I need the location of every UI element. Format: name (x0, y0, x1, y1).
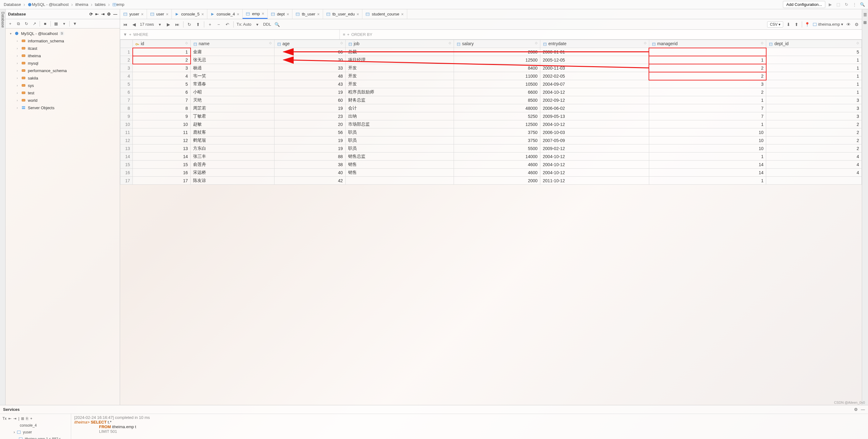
sort-icon[interactable]: ◇ (185, 41, 188, 44)
console-output[interactable]: [2024-02-24 16:16:47] completed in 10 ms… (71, 414, 868, 439)
minimize-icon[interactable]: — (861, 407, 865, 412)
cell-name[interactable]: 韦一笑 (191, 72, 275, 80)
tree-node-schema[interactable]: › itheima (8, 52, 120, 59)
tree-node-schema[interactable]: › itcast (8, 44, 120, 52)
table-row[interactable]: 1313方东白19职员55002009-02-12102 (120, 145, 862, 153)
table-row[interactable]: 88周芷若19会计480002006-06-0273 (120, 104, 862, 112)
services-tree-item[interactable]: console_4 (1, 422, 70, 429)
cell-entrydate[interactable]: 2004-10-12 (540, 120, 649, 128)
cell-managerid[interactable]: 2 (649, 64, 766, 72)
close-icon[interactable]: × (401, 12, 404, 17)
table-row[interactable]: 1414张三丰88销售总监140002004-10-1214 (120, 153, 862, 161)
table-row[interactable]: 99丁敏君23出纳52502009-05-1373 (120, 112, 862, 120)
column-header-age[interactable]: age◇ (274, 40, 345, 48)
cell-age[interactable]: 33 (274, 64, 345, 72)
cell-name[interactable]: 张无忌 (191, 56, 275, 64)
cell-id[interactable]: 3 (133, 64, 191, 72)
cell-name[interactable]: 鹤笔翁 (191, 136, 275, 145)
chevron-down-icon[interactable]: ▾ (61, 21, 67, 27)
close-icon[interactable]: × (202, 12, 204, 17)
cell-managerid[interactable]: 2 (649, 88, 766, 96)
table-row[interactable]: 22张无忌20项目经理125002005-12-0511 (120, 56, 862, 64)
cell-id[interactable]: 9 (133, 112, 191, 120)
cell-job[interactable]: 市场部总监 (345, 120, 454, 128)
layout-icon[interactable]: ⊞ (21, 416, 24, 421)
cell-age[interactable]: 20 (274, 120, 345, 128)
cell-entrydate[interactable]: 2006-10-03 (540, 128, 649, 136)
cell-salary[interactable]: 2000 (454, 48, 540, 56)
debug-icon[interactable]: ⬚ (835, 2, 841, 8)
reload-icon[interactable]: ↻ (187, 22, 192, 27)
sync-icon[interactable]: ↻ (24, 21, 29, 27)
cell-entrydate[interactable]: 2007-05-09 (540, 136, 649, 145)
jump-icon[interactable]: ↗ (32, 21, 37, 27)
commit-icon[interactable]: ⬆ (195, 22, 201, 27)
align-icon[interactable]: ⇤ (8, 416, 11, 421)
cell-job[interactable]: 开发 (345, 64, 454, 72)
add-configuration-button[interactable]: Add Configuration... (783, 1, 825, 8)
first-page-icon[interactable]: ⏮ (123, 22, 128, 27)
cell-id[interactable]: 5 (133, 80, 191, 88)
close-icon[interactable]: × (237, 12, 239, 17)
filter-icon[interactable]: ▼ (72, 21, 78, 27)
cell-dept_id[interactable]: 2 (766, 120, 862, 128)
cell-entrydate[interactable]: 2004-09-07 (540, 80, 649, 88)
cell-id[interactable]: 12 (133, 136, 191, 145)
cell-managerid[interactable] (649, 48, 766, 56)
sort-icon[interactable]: ◇ (269, 41, 272, 44)
table-row[interactable]: 1111鹿杖客56职员37502006-10-03102 (120, 128, 862, 136)
cell-entrydate[interactable]: 2002-02-05 (540, 72, 649, 80)
close-icon[interactable]: × (141, 12, 144, 17)
breadcrumb-item-connection[interactable]: MySQL - @localhost (26, 2, 70, 7)
tab-user[interactable]: user × (147, 9, 172, 19)
cell-dept_id[interactable]: 3 (766, 104, 862, 112)
cell-name[interactable]: 鹿杖客 (191, 128, 275, 136)
cell-age[interactable]: 66 (274, 48, 345, 56)
tree-node-schema[interactable]: › information_schema (8, 37, 120, 44)
sort-icon[interactable]: ◇ (449, 41, 451, 44)
database-tool-rail[interactable]: Database (0, 9, 6, 405)
cell-salary[interactable]: 4600 (454, 168, 540, 177)
cell-entrydate[interactable]: 2009-02-12 (540, 145, 649, 153)
column-header-id[interactable]: id◇ (133, 40, 191, 48)
tree-root-node[interactable]: ▾ MySQL - @localhost 9 (8, 30, 120, 37)
cell-age[interactable]: 23 (274, 112, 345, 120)
dropdown-icon[interactable]: ▾ (157, 22, 163, 27)
cell-job[interactable]: 开发 (345, 72, 454, 80)
cell-name[interactable]: 杨逍 (191, 64, 275, 72)
cell-name[interactable]: 陈友谅 (191, 177, 275, 185)
table-row[interactable]: 66小昭19程序员鼓励师66002004-10-1221 (120, 88, 862, 96)
table-row[interactable]: 1515俞莲舟38销售46002004-10-12144 (120, 161, 862, 168)
services-tree-item[interactable]: › yuser (1, 429, 70, 436)
prev-page-icon[interactable]: ◀ (131, 22, 137, 27)
last-page-icon[interactable]: ⏭ (175, 22, 180, 27)
cell-age[interactable]: 19 (274, 145, 345, 153)
cell-job[interactable]: 销售总监 (345, 153, 454, 161)
cell-salary[interactable]: 8400 (454, 64, 540, 72)
cell-dept_id[interactable]: 1 (766, 80, 862, 88)
download-icon[interactable]: ⬇ (786, 22, 791, 27)
cell-dept_id[interactable]: 2 (766, 136, 862, 145)
delete-row-icon[interactable]: − (216, 22, 222, 27)
cell-salary[interactable]: 5250 (454, 112, 540, 120)
cell-salary[interactable]: 14000 (454, 153, 540, 161)
cell-id[interactable]: 13 (133, 145, 191, 153)
tab-tb_user[interactable]: tb_user × (292, 9, 323, 19)
gear-icon[interactable]: ⚙ (854, 407, 858, 412)
cell-managerid[interactable]: 1 (649, 153, 766, 161)
cell-job[interactable]: 项目经理 (345, 56, 454, 64)
cell-name[interactable]: 小昭 (191, 88, 275, 96)
cell-id[interactable]: 4 (133, 72, 191, 80)
cell-managerid[interactable]: 1 (649, 120, 766, 128)
next-page-icon[interactable]: ▶ (166, 22, 172, 27)
cell-salary[interactable]: 4600 (454, 161, 540, 168)
cell-managerid[interactable]: 1 (649, 56, 766, 64)
cell-entrydate[interactable]: 2004-10-12 (540, 168, 649, 177)
cell-job[interactable]: 开发 (345, 80, 454, 88)
cell-entrydate[interactable]: 2006-06-02 (540, 104, 649, 112)
sort-icon[interactable]: ◇ (644, 41, 646, 44)
table-row[interactable]: 1212鹤笔翁19职员37502007-05-09102 (120, 136, 862, 145)
close-icon[interactable]: × (356, 12, 359, 17)
cell-dept_id[interactable]: 1 (766, 72, 862, 80)
tx-icon[interactable]: Tx (2, 416, 6, 421)
